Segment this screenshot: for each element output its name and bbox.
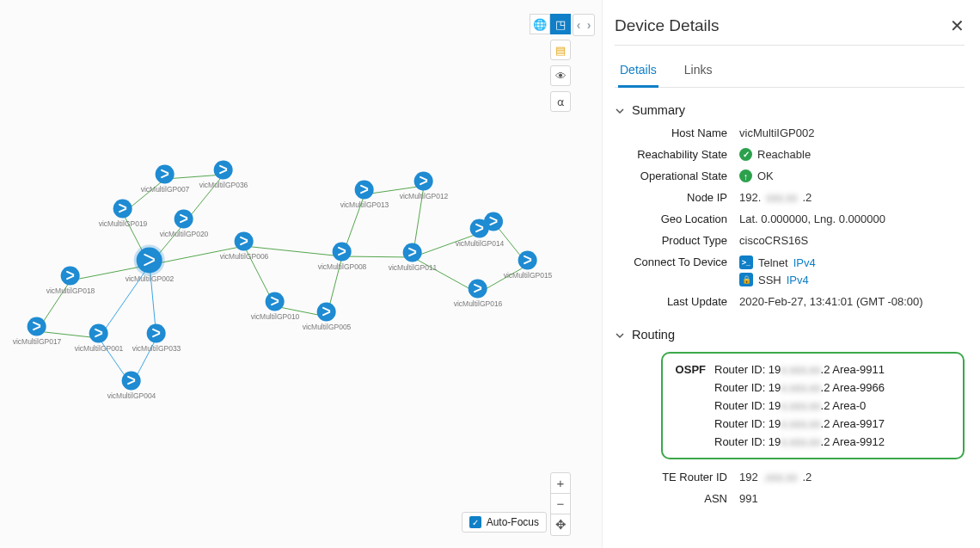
product-value: ciscoCRS16S bbox=[739, 234, 965, 247]
connect-value: >_ Telnet IPv4 🔒 SSH IPv4 bbox=[739, 256, 965, 286]
ssh-icon[interactable]: 🔒 bbox=[739, 273, 753, 286]
topology-node[interactable]: vicMultilGP007 bbox=[141, 165, 190, 194]
router-icon[interactable] bbox=[355, 181, 374, 200]
router-icon[interactable] bbox=[518, 251, 537, 270]
asn-value: 991 bbox=[739, 492, 965, 505]
router-icon[interactable] bbox=[333, 243, 352, 262]
router-icon[interactable] bbox=[403, 243, 422, 262]
ospf-row: Router ID: 19x.xxx.xx.2 Area-9917 bbox=[671, 415, 954, 433]
autofocus-label: Auto-Focus bbox=[487, 516, 539, 528]
last-update-value: 2020-Feb-27, 13:41:01 (GMT -08:00) bbox=[739, 295, 965, 308]
topology-node[interactable]: vicMultilGP036 bbox=[199, 161, 248, 189]
geo-value: Lat. 0.000000, Lng. 0.000000 bbox=[739, 212, 965, 225]
ospf-label bbox=[671, 435, 714, 448]
topology-canvas[interactable]: ‹› 🌐 ◳ ▤ 👁 ⍺ bbox=[0, 0, 602, 548]
product-label: Product Type bbox=[615, 234, 739, 247]
topology-node[interactable]: vicMultilGP010 bbox=[251, 292, 300, 321]
zoom-out-button[interactable]: − bbox=[551, 494, 570, 514]
node-label: vicMultilGP013 bbox=[340, 200, 389, 209]
router-icon[interactable] bbox=[28, 317, 46, 336]
router-icon[interactable] bbox=[137, 248, 162, 274]
device-details-panel: Device Details ✕ Details Links Summary H… bbox=[602, 0, 980, 548]
tab-links[interactable]: Links bbox=[683, 54, 714, 87]
node-label: vicMultilGP006 bbox=[220, 252, 269, 261]
router-icon[interactable] bbox=[414, 172, 433, 191]
panel-title: Device Details bbox=[615, 16, 719, 35]
tab-details[interactable]: Details bbox=[618, 54, 658, 88]
topology-node[interactable]: vicMultilGP012 bbox=[400, 172, 449, 200]
node-label: vicMultilGP014 bbox=[456, 239, 505, 248]
routing-heading: Routing bbox=[632, 328, 675, 342]
node-label: vicMultilGP016 bbox=[454, 299, 503, 308]
chevron-down-icon[interactable] bbox=[615, 329, 625, 340]
router-icon[interactable] bbox=[235, 232, 254, 251]
ospf-row: Router ID: 19x.xxx.xx.2 Area-9912 bbox=[671, 433, 954, 451]
router-icon[interactable] bbox=[317, 303, 336, 322]
reachability-value: ✓ Reachable bbox=[739, 148, 965, 161]
node-label: vicMultilGP010 bbox=[251, 312, 300, 321]
topology-node[interactable]: vicMultilGP016 bbox=[454, 280, 503, 308]
autofocus-toggle[interactable]: ✓ Auto-Focus bbox=[462, 512, 547, 533]
router-icon[interactable] bbox=[175, 210, 193, 229]
topology-node[interactable]: vicMultilGP006 bbox=[220, 232, 269, 261]
ospf-label bbox=[671, 381, 714, 394]
topology-node[interactable]: vicMultilGP018 bbox=[46, 267, 95, 295]
topology-node[interactable]: vicMultilGP015 bbox=[504, 251, 553, 280]
_ospf-value: Router ID: 19x.xxx.xx.2 Area-9917 bbox=[714, 417, 954, 430]
topology-node[interactable]: vicMultilGP008 bbox=[318, 243, 367, 271]
node-label: vicMultilGP002 bbox=[126, 274, 175, 283]
operational-label: Operational State bbox=[615, 169, 739, 182]
router-icon[interactable] bbox=[156, 165, 175, 184]
summary-heading: Summary bbox=[632, 103, 685, 117]
topology-node[interactable]: vicMultilGP001 bbox=[75, 324, 124, 353]
_ospf-value: Router ID: 19x.xxx.xx.2 Area-9911 bbox=[714, 363, 954, 376]
ospf-row: Router ID: 19x.xxx.xx.2 Area-0 bbox=[671, 397, 954, 415]
host-name-value: vicMultiIGP002 bbox=[739, 126, 965, 139]
ssh-ipv4-link[interactable]: IPv4 bbox=[787, 274, 809, 286]
node-label: vicMultilGP001 bbox=[75, 344, 124, 353]
ospf-label bbox=[671, 399, 714, 412]
topology-node[interactable] bbox=[484, 212, 503, 232]
close-icon[interactable]: ✕ bbox=[950, 15, 965, 36]
router-icon[interactable] bbox=[214, 161, 233, 180]
router-icon[interactable] bbox=[61, 267, 80, 286]
check-icon: ✓ bbox=[739, 148, 752, 161]
routing-section: Routing OSPFRouter ID: 19x.xxx.xx.2 Area… bbox=[615, 328, 965, 509]
zoom-fit-button[interactable]: ✥ bbox=[551, 514, 570, 535]
router-icon[interactable] bbox=[484, 212, 503, 231]
topology-node[interactable]: vicMultilGP017 bbox=[13, 317, 62, 346]
router-icon[interactable] bbox=[122, 372, 141, 391]
topology-node[interactable]: vicMultilGP020 bbox=[160, 210, 209, 238]
topology-node[interactable]: vicMultilGP004 bbox=[107, 372, 156, 400]
node-label: vicMultilGP020 bbox=[160, 230, 209, 238]
host-name-label: Host Name bbox=[615, 126, 739, 139]
ospf-row: OSPFRouter ID: 19x.xxx.xx.2 Area-9911 bbox=[671, 360, 954, 379]
telnet-icon[interactable]: >_ bbox=[739, 256, 753, 269]
topology-node[interactable]: vicMultilGP002 bbox=[126, 248, 175, 283]
node-label: vicMultilGP015 bbox=[504, 271, 553, 280]
node-label: vicMultilGP019 bbox=[99, 219, 148, 228]
ospf-label: OSPF bbox=[671, 363, 714, 376]
zoom-in-button[interactable]: + bbox=[551, 473, 570, 494]
router-icon[interactable] bbox=[469, 280, 487, 299]
topology-node[interactable]: vicMultilGP005 bbox=[303, 303, 352, 331]
nodeip-value: 192.xxx.xx.2 bbox=[739, 191, 965, 204]
checkbox-checked-icon: ✓ bbox=[469, 516, 481, 528]
_ospf-value: Router ID: 19x.xxx.xx.2 Area-0 bbox=[714, 399, 954, 412]
telnet-ipv4-link[interactable]: IPv4 bbox=[793, 256, 816, 269]
node-label: vicMultilGP007 bbox=[141, 185, 190, 194]
router-icon[interactable] bbox=[89, 324, 108, 343]
topology-node[interactable]: vicMultilGP019 bbox=[99, 200, 148, 228]
reachability-label: Reachability State bbox=[615, 148, 739, 161]
router-icon[interactable] bbox=[266, 292, 285, 311]
topology-node[interactable]: vicMultilGP013 bbox=[340, 181, 389, 209]
te-router-label: TE Router ID bbox=[615, 471, 739, 483]
router-icon[interactable] bbox=[113, 200, 132, 219]
node-label: vicMultilGP008 bbox=[318, 262, 367, 271]
chevron-down-icon[interactable] bbox=[615, 105, 625, 115]
topology-node[interactable]: vicMultilGP011 bbox=[389, 243, 438, 272]
router-icon[interactable] bbox=[147, 324, 166, 343]
node-label: vicMultilGP004 bbox=[107, 391, 156, 400]
topology-node[interactable]: vicMultilGP033 bbox=[132, 324, 181, 353]
node-label: vicMultilGP036 bbox=[199, 181, 248, 189]
